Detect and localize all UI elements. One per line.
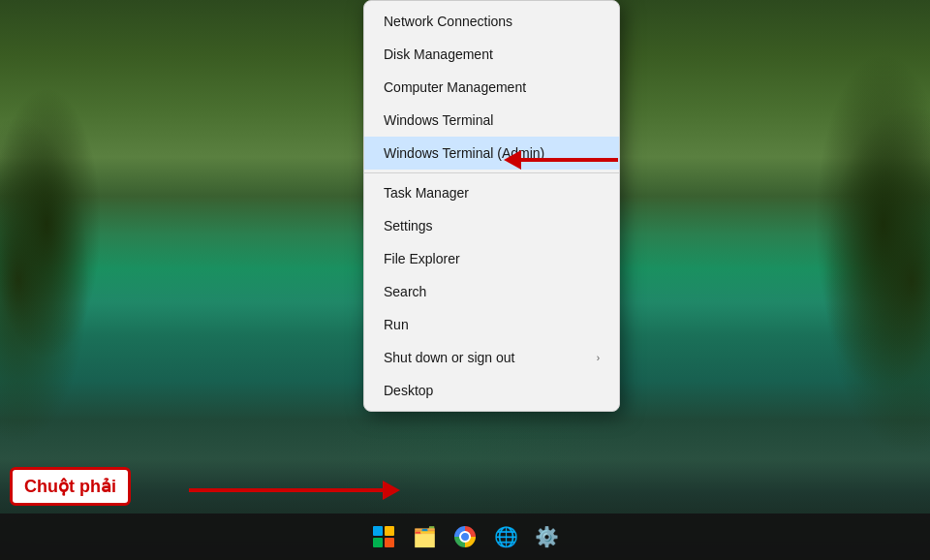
menu-item-computer-management[interactable]: Computer Management: [364, 71, 619, 104]
globe-icon: 🌐: [494, 525, 518, 548]
gear-icon: ⚙️: [535, 525, 559, 548]
menu-item-label: Windows Terminal (Admin): [384, 145, 544, 161]
menu-item-file-explorer[interactable]: File Explorer: [364, 242, 619, 275]
menu-item-shut-down[interactable]: Shut down or sign out›: [364, 341, 619, 374]
menu-item-label: Settings: [384, 218, 433, 233]
annotation-label: Chuột phải: [10, 467, 131, 506]
context-menu: Network ConnectionsDisk ManagementComput…: [363, 0, 620, 412]
menu-item-windows-terminal-admin[interactable]: Windows Terminal (Admin): [364, 137, 619, 170]
menu-item-settings[interactable]: Settings: [364, 209, 619, 242]
chrome-button[interactable]: [448, 519, 482, 554]
menu-item-label: Desktop: [384, 383, 433, 398]
folder-icon: 🗂️: [413, 525, 437, 548]
app1-button[interactable]: 🌐: [488, 519, 523, 554]
chrome-icon: [454, 526, 476, 547]
file-explorer-button[interactable]: 🗂️: [407, 519, 442, 554]
menu-item-desktop[interactable]: Desktop: [364, 374, 619, 407]
taskbar: 🗂️ 🌐 ⚙️: [0, 513, 930, 560]
menu-item-search[interactable]: Search: [364, 275, 619, 308]
menu-item-label: File Explorer: [384, 251, 460, 266]
menu-item-label: Search: [384, 284, 426, 299]
menu-item-label: Run: [384, 317, 409, 332]
menu-item-label: Disk Management: [384, 47, 493, 62]
submenu-chevron-icon: ›: [597, 353, 600, 363]
menu-divider: [364, 172, 619, 173]
menu-item-run[interactable]: Run: [364, 308, 619, 341]
menu-item-windows-terminal[interactable]: Windows Terminal: [364, 104, 619, 137]
menu-item-label: Computer Management: [384, 79, 526, 95]
settings-button[interactable]: ⚙️: [529, 519, 564, 554]
menu-item-task-manager[interactable]: Task Manager: [364, 176, 619, 209]
menu-item-disk-management[interactable]: Disk Management: [364, 38, 619, 71]
menu-item-label: Windows Terminal: [384, 112, 493, 128]
start-button[interactable]: [366, 519, 401, 554]
menu-item-label: Network Connections: [384, 14, 512, 29]
menu-item-network-connections[interactable]: Network Connections: [364, 5, 619, 38]
menu-item-label: Shut down or sign out: [384, 350, 514, 365]
windows-logo-icon: [373, 526, 394, 547]
menu-item-label: Task Manager: [384, 185, 469, 201]
